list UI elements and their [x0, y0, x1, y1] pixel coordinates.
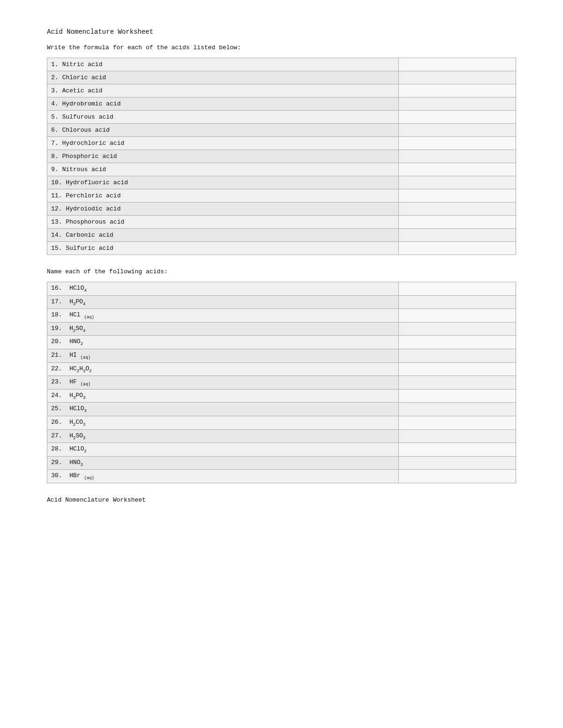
footer-label: Acid Nomenclature Worksheet — [47, 496, 516, 503]
formula-cell: 25. HClO3 — [47, 403, 399, 416]
table-row: 5. Sulfurous acid — [47, 111, 516, 124]
answer-cell[interactable] — [399, 349, 516, 362]
formula-cell: 18. HCl (aq) — [47, 309, 399, 323]
answer-cell[interactable] — [399, 189, 516, 203]
answer-cell[interactable] — [399, 403, 516, 416]
table-row: 25. HClO3 — [47, 403, 516, 416]
table-row: 27. H2SO3 — [47, 429, 516, 443]
table-row: 15. Sulfuric acid — [47, 242, 516, 255]
formula-cell: 23. HF (aq) — [47, 376, 399, 390]
acid-name-cell: 4. Hydrobromic acid — [47, 98, 399, 111]
answer-cell[interactable] — [399, 336, 516, 349]
acid-name-cell: 7. Hydrochloric acid — [47, 137, 399, 150]
answer-cell[interactable] — [399, 137, 516, 150]
answer-cell[interactable] — [399, 282, 516, 296]
answer-cell[interactable] — [399, 295, 516, 309]
answer-cell[interactable] — [399, 203, 516, 216]
acid-name-cell: 13. Phosphorous acid — [47, 216, 399, 229]
table-row: 16. HClO4 — [47, 282, 516, 296]
part1-table: 1. Nitric acid2. Chloric acid3. Acetic a… — [47, 58, 516, 255]
table-row: 30. HBr (aq) — [47, 470, 516, 483]
formula-cell: 20. HNO2 — [47, 336, 399, 349]
page-title: Acid Nomenclature Worksheet — [47, 28, 516, 36]
table-row: 2. Chloric acid — [47, 71, 516, 84]
part2-table: 16. HClO417. H3PO418. HCl (aq)19. H2SO42… — [47, 282, 516, 483]
table-row: 3. Acetic acid — [47, 84, 516, 98]
table-row: 23. HF (aq) — [47, 376, 516, 390]
acid-name-cell: 14. Carbonic acid — [47, 229, 399, 242]
answer-cell[interactable] — [399, 58, 516, 71]
table-row: 26. H2CO3 — [47, 416, 516, 429]
table-row: 12. Hydroiodic acid — [47, 203, 516, 216]
formula-cell: 27. H2SO3 — [47, 429, 399, 443]
table-row: 10. Hydrofluoric acid — [47, 176, 516, 189]
answer-cell[interactable] — [399, 309, 516, 323]
section2-instruction: Name each of the following acids: — [47, 268, 516, 275]
answer-cell[interactable] — [399, 443, 516, 457]
answer-cell[interactable] — [399, 84, 516, 98]
table-row: 13. Phosphorous acid — [47, 216, 516, 229]
table-row: 9. Nitrous acid — [47, 163, 516, 176]
table-row: 18. HCl (aq) — [47, 309, 516, 323]
formula-cell: 24. H3PO3 — [47, 389, 399, 403]
acid-name-cell: 11. Perchloric acid — [47, 189, 399, 203]
answer-cell[interactable] — [399, 429, 516, 443]
acid-name-cell: 6. Chlorous acid — [47, 124, 399, 137]
answer-cell[interactable] — [399, 229, 516, 242]
table-row: 20. HNO2 — [47, 336, 516, 349]
acid-name-cell: 15. Sulfuric acid — [47, 242, 399, 255]
table-row: 28. HClO2 — [47, 443, 516, 457]
acid-name-cell: 12. Hydroiodic acid — [47, 203, 399, 216]
table-row: 11. Perchloric acid — [47, 189, 516, 203]
answer-cell[interactable] — [399, 98, 516, 111]
acid-name-cell: 5. Sulfurous acid — [47, 111, 399, 124]
formula-cell: 21. HI (aq) — [47, 349, 399, 362]
table-row: 7. Hydrochloric acid — [47, 137, 516, 150]
answer-cell[interactable] — [399, 71, 516, 84]
formula-cell: 26. H2CO3 — [47, 416, 399, 429]
answer-cell[interactable] — [399, 416, 516, 429]
table-row: 8. Phosphoric acid — [47, 150, 516, 163]
answer-cell[interactable] — [399, 111, 516, 124]
acid-name-cell: 10. Hydrofluoric acid — [47, 176, 399, 189]
table-row: 6. Chlorous acid — [47, 124, 516, 137]
answer-cell[interactable] — [399, 470, 516, 483]
formula-cell: 16. HClO4 — [47, 282, 399, 296]
acid-name-cell: 1. Nitric acid — [47, 58, 399, 71]
table-row: 21. HI (aq) — [47, 349, 516, 362]
acid-name-cell: 9. Nitrous acid — [47, 163, 399, 176]
answer-cell[interactable] — [399, 176, 516, 189]
acid-name-cell: 3. Acetic acid — [47, 84, 399, 98]
answer-cell[interactable] — [399, 362, 516, 376]
answer-cell[interactable] — [399, 163, 516, 176]
formula-cell: 19. H2SO4 — [47, 322, 399, 336]
acid-name-cell: 8. Phosphoric acid — [47, 150, 399, 163]
table-row: 17. H3PO4 — [47, 295, 516, 309]
answer-cell[interactable] — [399, 124, 516, 137]
answer-cell[interactable] — [399, 150, 516, 163]
formula-cell: 28. HClO2 — [47, 443, 399, 457]
table-row: 4. Hydrobromic acid — [47, 98, 516, 111]
answer-cell[interactable] — [399, 216, 516, 229]
section1-instruction: Write the formula for each of the acids … — [47, 44, 516, 51]
table-row: 19. H2SO4 — [47, 322, 516, 336]
formula-cell: 22. HC2H3O2 — [47, 362, 399, 376]
formula-cell: 30. HBr (aq) — [47, 470, 399, 483]
formula-cell: 17. H3PO4 — [47, 295, 399, 309]
answer-cell[interactable] — [399, 322, 516, 336]
table-row: 14. Carbonic acid — [47, 229, 516, 242]
table-row: 22. HC2H3O2 — [47, 362, 516, 376]
formula-cell: 29. HNO3 — [47, 456, 399, 470]
answer-cell[interactable] — [399, 376, 516, 390]
answer-cell[interactable] — [399, 389, 516, 403]
acid-name-cell: 2. Chloric acid — [47, 71, 399, 84]
table-row: 29. HNO3 — [47, 456, 516, 470]
answer-cell[interactable] — [399, 456, 516, 470]
answer-cell[interactable] — [399, 242, 516, 255]
table-row: 1. Nitric acid — [47, 58, 516, 71]
table-row: 24. H3PO3 — [47, 389, 516, 403]
